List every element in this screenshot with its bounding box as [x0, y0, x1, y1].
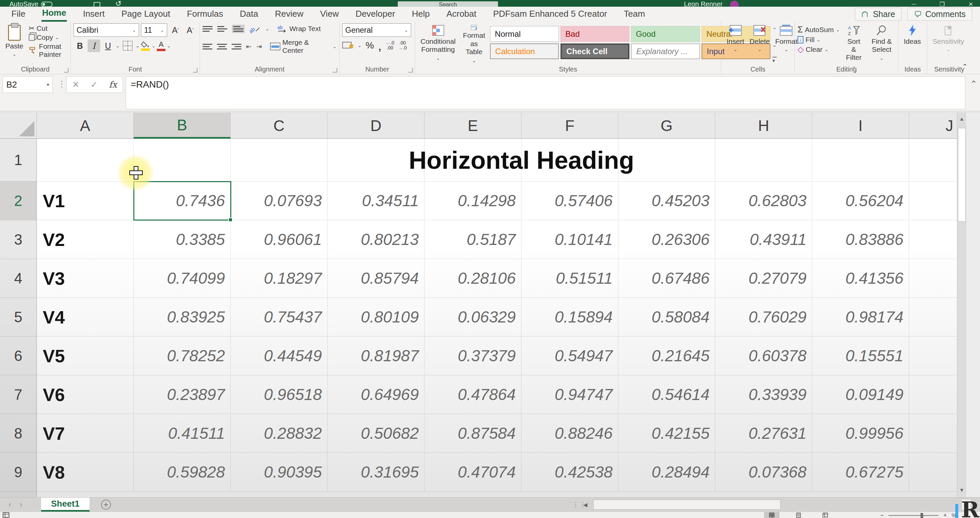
- insert-cells-button[interactable]: Insert ⌄: [724, 24, 747, 54]
- cell-J6[interactable]: [909, 337, 958, 375]
- align-right-icon[interactable]: [232, 44, 241, 49]
- cell-F8[interactable]: 0.88246: [522, 414, 618, 453]
- cell-H4[interactable]: 0.27079: [715, 259, 812, 298]
- cell-A5[interactable]: V4: [37, 298, 134, 337]
- cell-H7[interactable]: 0.33939: [715, 375, 812, 414]
- cell-E6[interactable]: 0.37379: [425, 337, 522, 375]
- merge-center-button[interactable]: Merge & Center ⌄: [270, 38, 337, 54]
- cell-J2[interactable]: [909, 181, 958, 220]
- cell-F6[interactable]: 0.54947: [522, 337, 618, 375]
- column-header-D[interactable]: D: [328, 113, 425, 139]
- cell-I2[interactable]: 0.56204: [812, 181, 909, 220]
- font-dialog-launcher-icon[interactable]: [193, 68, 197, 73]
- tab-acrobat[interactable]: Acrobat: [446, 7, 477, 21]
- cell-D7[interactable]: 0.64969: [328, 375, 425, 414]
- find-select-button[interactable]: Find &Select ⌄: [868, 24, 896, 71]
- cell-B8[interactable]: 0.41511: [134, 414, 231, 453]
- cell-B9[interactable]: 0.59828: [134, 453, 231, 492]
- select-all-corner[interactable]: [0, 113, 37, 139]
- cell-F1[interactable]: [522, 139, 618, 181]
- cell-H8[interactable]: 0.27631: [715, 414, 812, 453]
- cell-E4[interactable]: 0.28106: [425, 259, 522, 298]
- save-icon[interactable]: [94, 2, 100, 7]
- cell-A1[interactable]: [37, 139, 134, 181]
- tab-developer[interactable]: Developer: [355, 7, 396, 21]
- cell-C9[interactable]: 0.90395: [231, 453, 328, 492]
- cell-G1[interactable]: [618, 139, 715, 181]
- middle-align-icon[interactable]: [217, 26, 227, 32]
- cell-C6[interactable]: 0.44549: [231, 337, 328, 375]
- cell-B2[interactable]: 0.7436: [134, 181, 231, 220]
- cell-D3[interactable]: 0.80213: [328, 220, 425, 259]
- font-name-combo[interactable]: Calibri ⌄: [73, 24, 139, 37]
- vertical-scrollbar[interactable]: ▲ ▼: [957, 113, 966, 497]
- row-header-7[interactable]: 7: [0, 375, 37, 414]
- cell-H9[interactable]: 0.07368: [715, 453, 812, 492]
- cell-F2[interactable]: 0.57406: [522, 181, 618, 220]
- cut-button[interactable]: ✂ Cut: [29, 24, 68, 32]
- cell-C1[interactable]: [231, 139, 328, 181]
- accounting-format-icon[interactable]: [342, 41, 354, 50]
- horizontal-scroll-thumb[interactable]: [593, 500, 780, 510]
- tab-file[interactable]: File: [11, 7, 26, 21]
- cell-C3[interactable]: 0.96061: [231, 220, 328, 259]
- cell-I8[interactable]: 0.99956: [812, 414, 909, 453]
- font-size-combo[interactable]: 11 ⌄: [141, 24, 167, 37]
- paste-button[interactable]: Paste ⌄: [3, 24, 26, 59]
- sort-filter-button[interactable]: AZ Sort &Filter ⌄: [842, 24, 866, 71]
- window-controls[interactable]: ─ ❐ ✕: [912, 1, 973, 7]
- top-align-icon[interactable]: [202, 26, 213, 32]
- cell-I7[interactable]: 0.09149: [812, 375, 909, 414]
- search-box[interactable]: Search: [398, 2, 498, 7]
- cell-B4[interactable]: 0.74099: [134, 259, 231, 298]
- user-avatar[interactable]: [730, 1, 739, 7]
- shrink-font-button[interactable]: Aˇ: [184, 24, 197, 37]
- collapse-formula-bar-icon[interactable]: ⌃: [970, 79, 977, 89]
- tab-view[interactable]: View: [320, 7, 340, 21]
- increase-decimal-button[interactable]: ←.0.00: [386, 40, 395, 50]
- cell-G7[interactable]: 0.54614: [618, 375, 715, 414]
- column-header-H[interactable]: H: [715, 113, 812, 139]
- grow-font-button[interactable]: Aˆ: [169, 24, 182, 37]
- cell-B1[interactable]: [134, 139, 231, 181]
- bold-button[interactable]: B: [73, 40, 86, 52]
- insert-function-icon[interactable]: fx: [109, 79, 117, 89]
- cell-C8[interactable]: 0.28832: [231, 414, 328, 453]
- close-icon[interactable]: ✕: [968, 1, 973, 7]
- column-header-F[interactable]: F: [522, 113, 618, 139]
- column-header-I[interactable]: I: [812, 113, 909, 139]
- clear-button[interactable]: ◇ Clear ⌄: [797, 45, 840, 54]
- collapse-ribbon-icon[interactable]: ⌃: [962, 62, 968, 71]
- row-header-1[interactable]: 1: [0, 139, 37, 181]
- column-header-J[interactable]: J: [909, 113, 958, 139]
- page-break-view-button[interactable]: [818, 512, 833, 518]
- cell-I9[interactable]: 0.67275: [812, 453, 909, 492]
- cell-D8[interactable]: 0.50682: [328, 414, 425, 453]
- normal-view-button[interactable]: [764, 512, 780, 518]
- cell-H6[interactable]: 0.60378: [715, 337, 812, 375]
- cell-I3[interactable]: 0.83886: [812, 220, 909, 259]
- comments-button[interactable]: 🗩 Comments: [907, 8, 972, 21]
- cell-J9[interactable]: [909, 453, 958, 492]
- cell-E3[interactable]: 0.5187: [425, 220, 522, 259]
- tab-formulas[interactable]: Formulas: [186, 7, 224, 21]
- style-bad[interactable]: Bad: [560, 26, 629, 42]
- cell-F9[interactable]: 0.42538: [522, 453, 618, 492]
- tab-team[interactable]: Team: [623, 7, 646, 21]
- cell-G4[interactable]: 0.67486: [618, 259, 715, 298]
- ideas-button[interactable]: Ideas: [901, 24, 924, 47]
- cell-A4[interactable]: V3: [37, 259, 134, 298]
- tab-pdfsam[interactable]: PDFsam Enhanced 5 Creator: [492, 7, 608, 21]
- number-format-combo[interactable]: General ⌄: [342, 24, 411, 37]
- cell-G6[interactable]: 0.21645: [618, 337, 715, 375]
- cell-A9[interactable]: V8: [37, 453, 134, 492]
- macro-record-icon[interactable]: [3, 512, 10, 518]
- share-button[interactable]: ⛫ Share: [855, 8, 902, 21]
- delete-cells-button[interactable]: Delete ⌄: [747, 24, 773, 54]
- cell-E7[interactable]: 0.47864: [425, 375, 522, 414]
- decrease-indent-icon[interactable]: ⇤: [246, 43, 252, 51]
- conditional-formatting-button[interactable]: ConditionalFormatting ⌄: [418, 24, 458, 65]
- sheet-nav-right-icon[interactable]: ›: [20, 500, 22, 509]
- cell-G9[interactable]: 0.28494: [618, 453, 715, 492]
- row-header-8[interactable]: 8: [0, 414, 37, 453]
